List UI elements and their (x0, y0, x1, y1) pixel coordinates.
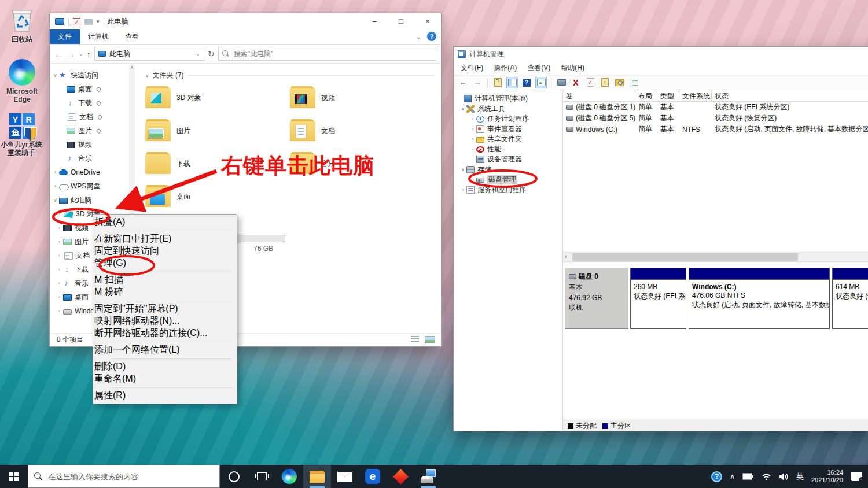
cm-tree-item[interactable]: › 任务计划程序 (454, 114, 562, 124)
context-menu-entry[interactable] (94, 269, 236, 274)
thumbnail-view-icon[interactable] (425, 336, 435, 343)
cm-menu-item[interactable]: 查看(V) (523, 61, 555, 75)
sidebar-item[interactable]: 下载 (50, 96, 129, 110)
recent-locations-icon[interactable]: ⌄ (79, 51, 83, 57)
folder-tile[interactable]: 图片 (145, 119, 290, 152)
cm-menu-item[interactable]: 操作(A) (489, 61, 521, 75)
context-menu-entry[interactable]: 断开网络驱动器的连接(C)... (94, 327, 236, 339)
minimize-button[interactable]: – (361, 13, 388, 29)
breadcrumb[interactable]: 此电脑 (109, 49, 130, 59)
taskbar-search-input[interactable] (47, 472, 214, 482)
battery-icon[interactable] (742, 472, 754, 480)
context-menu-entry[interactable]: 添加一个网络位置(L) (94, 344, 236, 356)
show-console-tree-icon[interactable] (506, 77, 518, 88)
sidebar-item[interactable]: 视频 (50, 138, 129, 151)
clock[interactable]: 16:24 2021/10/20 (811, 469, 843, 484)
folders-group-header[interactable]: ∨ 文件夹 (7) (145, 71, 441, 80)
scroll-up-arrow-icon[interactable]: ∧ (129, 65, 135, 70)
folder-tile[interactable]: 下载 (145, 152, 290, 185)
cm-tree-item[interactable]: ∨ 存储 (454, 165, 562, 175)
ribbon-tab[interactable]: 计算机 (80, 29, 117, 44)
disk0-panel[interactable]: 磁盘 0 基本 476.92 GB 联机 (565, 268, 628, 329)
context-menu-entry[interactable]: 属性(R) (94, 390, 236, 402)
input-language-indicator[interactable]: 英 (796, 471, 804, 482)
maximize-button[interactable]: □ (388, 13, 414, 29)
cm-tree-item[interactable]: › 服务和应用程序 (454, 185, 562, 195)
desktop-icon-yr-helper[interactable]: Y R 鱼 小鱼儿yr系统重装助手 (0, 113, 44, 157)
cm-menu-item[interactable]: 帮助(H) (556, 61, 589, 75)
chevron-icon[interactable]: › (56, 308, 63, 314)
chevron-icon[interactable]: › (469, 147, 476, 152)
chevron-icon[interactable]: › (56, 294, 63, 300)
volume-icon[interactable] (779, 472, 789, 481)
sidebar-item[interactable]: 文档 (50, 110, 129, 124)
context-menu-entry[interactable] (94, 385, 236, 390)
taskbar-search[interactable] (28, 465, 220, 488)
refresh-doc-icon[interactable]: ↑ (599, 77, 610, 88)
task-view-button[interactable] (248, 465, 275, 488)
properties-qat-icon[interactable]: ✓ (73, 18, 80, 25)
column-header-status[interactable]: 状态 (712, 90, 868, 101)
ribbon-tab[interactable]: 查看 (117, 29, 147, 44)
scroll-left-arrow-icon[interactable]: ‹ (565, 253, 567, 260)
chevron-icon[interactable]: › (469, 136, 476, 142)
details-view-icon[interactable] (411, 336, 419, 343)
chevron-icon[interactable]: ∨ (459, 106, 466, 112)
search-folder-icon[interactable] (613, 77, 625, 88)
column-header-fs[interactable]: 文件系统 (679, 90, 712, 101)
context-menu-entry[interactable]: 在新窗口中打开(E) (94, 233, 236, 245)
sidebar-item[interactable]: › WPS网盘 (50, 179, 129, 193)
start-button[interactable] (0, 465, 28, 488)
folder-tile[interactable]: 3D 对象 (145, 86, 290, 119)
list-options-icon[interactable] (628, 77, 639, 88)
context-menu-entry[interactable] (94, 356, 236, 361)
cm-tree-item[interactable]: ∨ 系统工具 (454, 104, 562, 114)
sidebar-item[interactable]: ∨ 快速访问 (50, 68, 129, 82)
partition-box[interactable]: 614 MB 状态良好 (恢复分区) (832, 268, 868, 329)
back-icon[interactable]: ← (54, 49, 63, 59)
mail-taskbar-button[interactable] (331, 465, 359, 488)
chevron-icon[interactable]: › (56, 253, 63, 258)
chevron-icon[interactable]: › (56, 267, 63, 272)
cm-title-bar[interactable]: 计算机管理 (454, 47, 868, 61)
chevron-icon[interactable]: › (56, 211, 63, 217)
new-folder-qat-icon[interactable] (84, 19, 93, 25)
context-menu-entry[interactable]: 删除(D) (94, 361, 236, 373)
chevron-icon[interactable]: ∨ (52, 197, 59, 203)
file-explorer-taskbar-button[interactable] (303, 465, 331, 488)
cm-tree-item[interactable]: › 事件查看器 (454, 124, 562, 135)
edge-taskbar-button[interactable] (275, 465, 303, 488)
forward-icon[interactable]: → (67, 49, 75, 59)
cortana-button[interactable] (220, 465, 248, 488)
desktop-icon-edge[interactable]: Microsoft Edge (0, 59, 44, 103)
folder-tile[interactable]: 桌面 (145, 185, 290, 218)
explorer-title-bar[interactable]: ✓ ▾ 此电脑 – □ × (50, 13, 441, 29)
help-tray-icon[interactable]: ? (711, 471, 722, 482)
partition-box[interactable]: 260 MB 状态良好 (EFI 系统分区) (630, 268, 686, 329)
context-menu-entry[interactable]: 固定到"开始"屏幕(P) (94, 303, 236, 315)
computer-management-taskbar-button[interactable] (414, 465, 442, 488)
cm-tree-item[interactable]: › 共享文件夹 (454, 134, 562, 145)
chevron-icon[interactable]: › (469, 116, 476, 121)
column-header-type[interactable]: 类型 (657, 90, 679, 101)
export-list-icon[interactable] (492, 77, 503, 88)
cm-tree-item[interactable]: 计算机管理(本地) (454, 94, 562, 104)
properties-icon[interactable]: ✓ (584, 77, 596, 88)
context-menu-entry[interactable] (94, 228, 236, 233)
chevron-icon[interactable]: ∨ (459, 167, 466, 172)
browser-e-taskbar-button[interactable]: e (359, 465, 387, 488)
diamond-app-taskbar-button[interactable] (387, 465, 414, 488)
chevron-icon[interactable]: ∨ (52, 72, 59, 78)
folder-tile[interactable]: 文档 (290, 119, 435, 152)
forward-icon[interactable]: → (472, 77, 483, 88)
display-icon[interactable] (556, 77, 567, 88)
horizontal-scrollbar[interactable]: ‹ (563, 252, 868, 262)
context-menu-entry[interactable] (94, 298, 236, 303)
qat-customize-icon[interactable]: ▾ (97, 19, 100, 24)
show-action-pane-icon[interactable] (535, 77, 547, 88)
show-hidden-icons-chevron[interactable]: ∧ (730, 472, 735, 480)
column-header-layout[interactable]: 布局 (635, 90, 657, 101)
expand-ribbon-icon[interactable]: ⌄ (416, 33, 421, 40)
up-icon[interactable]: ↑ (87, 49, 91, 59)
partition-box[interactable]: Windows (C:) 476.06 GB NTFS 状态良好 (启动, 页面… (689, 268, 830, 329)
